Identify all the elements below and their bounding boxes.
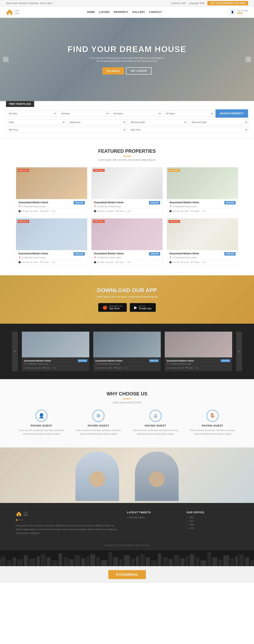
beds-select[interactable]: Beds xyxy=(6,119,65,125)
hero-prev-button[interactable]: ‹ xyxy=(3,57,9,62)
property-card[interactable]: FOR SALE Guaranteed Modern Home $389,000… xyxy=(91,218,163,266)
svg-rect-13 xyxy=(29,558,36,566)
dark-property-card[interactable]: Guaranteed Modern Home $289,000 📍 14 Tot… xyxy=(165,332,232,371)
our-agents-button[interactable]: Our Agents xyxy=(102,67,124,74)
prop-area: ⬛ 2000 Sqft xyxy=(19,210,29,212)
nav-listing[interactable]: LISTING xyxy=(99,11,110,14)
office-link-2[interactable]: › XXX xyxy=(187,520,238,522)
skyline xyxy=(0,550,254,566)
find-your-place-label: FIND YOUR PLACE xyxy=(6,101,34,107)
person-right xyxy=(135,452,179,501)
nav-contact[interactable]: CONTACT xyxy=(149,11,162,14)
property-title-row: Guaranteed Modern Home $389,000 xyxy=(19,252,85,256)
type-select[interactable]: All Types xyxy=(163,110,214,116)
appstore-button[interactable]: 🍎 Download on the App Store xyxy=(98,303,127,312)
prop-status: ✓ Yes xyxy=(50,210,55,212)
prop-baths: 🚿 3 Baths xyxy=(115,261,124,263)
status-select[interactable]: All Status xyxy=(111,110,162,116)
svg-rect-52 xyxy=(245,557,249,566)
footer-about-text: Lorem ipsum dolor sit amet, consectetur … xyxy=(16,524,119,535)
meeting-section xyxy=(0,448,254,503)
prop-beds: 🛏 3 Beds xyxy=(106,210,114,212)
property-card[interactable]: FOR RENT Guaranteed Modern Home $389,000… xyxy=(167,167,238,214)
city-select[interactable]: All Cities xyxy=(6,110,57,116)
dark-property-card[interactable]: Guaranteed Modern Home $289,000 📍 14 Tot… xyxy=(22,332,89,371)
property-image: FOR SALE xyxy=(16,168,87,199)
svg-rect-35 xyxy=(151,560,157,566)
dark-card-info: Guaranteed Modern Home $389,000 📍 14 Tot… xyxy=(93,357,161,371)
svg-rect-29 xyxy=(119,559,123,566)
slider-next-button[interactable]: › xyxy=(236,332,242,371)
why-item-text: Dolor sit amet consectetur sed diam nonu… xyxy=(16,429,67,436)
svg-rect-32 xyxy=(136,556,139,566)
property-badge: FOR SALE xyxy=(169,220,180,223)
svg-rect-37 xyxy=(163,557,168,566)
property-title: Guaranteed Modern Home xyxy=(169,201,199,204)
svg-rect-14 xyxy=(37,556,40,566)
list-property-button[interactable]: LIST YOUR PROPERTY FOR FREE xyxy=(207,1,248,5)
footer-logo: CITY night xyxy=(16,511,119,517)
property-price: $389,000 xyxy=(149,201,160,204)
footer-bottom: Copyright © 2020 CityNight. All rights r… xyxy=(16,541,238,546)
nav-home[interactable]: HOME xyxy=(87,11,95,14)
property-card[interactable]: FOR SALE Guaranteed Modern Home $389,000… xyxy=(16,167,87,214)
nav-gallery[interactable]: GALLERY xyxy=(132,11,145,14)
min-price-select[interactable]: Min Price xyxy=(6,127,126,133)
property-info: Guaranteed Modern Home $389,000 📍 14 Tot… xyxy=(16,250,87,265)
hero-content: FIND YOUR DREAM HOUSE If you dream of de… xyxy=(68,44,187,74)
dot-3 xyxy=(22,519,23,521)
footer-office-col: OUR OFFICE › XXX › XXX › XXX › XXX xyxy=(187,511,238,535)
svg-marker-4 xyxy=(16,512,22,514)
property-price: $389,000 xyxy=(74,201,85,204)
prop-area: ⬛ 3045 Sqft xyxy=(94,261,104,263)
why-header: WHY CHOOSE US Lorem ipsum dolor sit amet xyxy=(16,391,238,404)
hero-next-button[interactable]: › xyxy=(245,57,251,62)
office-link-1[interactable]: › XXX xyxy=(187,516,238,518)
tweets-title: LATEST TWEETS xyxy=(127,511,179,514)
property-title-row: Guaranteed Modern Home $389,000 xyxy=(169,201,235,204)
featured-subtitle: Lorem ipsum dolor sit amet, consectetur … xyxy=(16,158,238,161)
svg-rect-18 xyxy=(59,553,62,566)
min-area-select[interactable]: Min Area (sqft) xyxy=(128,119,187,125)
dark-cards: Guaranteed Modern Home $289,000 📍 14 Tot… xyxy=(22,332,232,371)
googleplay-text: Get it on Google play xyxy=(139,305,151,310)
dark-card-image xyxy=(22,332,89,357)
footer-logo-icon xyxy=(16,511,22,517)
property-card[interactable]: FOR SALE Guaranteed Modern Home $389,000… xyxy=(91,167,163,214)
footer-dots xyxy=(16,519,119,521)
svg-rect-50 xyxy=(235,556,238,566)
prop-beds: 🛏 3 Beds xyxy=(181,210,189,212)
googleplay-button[interactable]: ▶ Get it on Google play xyxy=(130,303,156,312)
dark-property-card[interactable]: Guaranteed Modern Home $389,000 📍 14 Tot… xyxy=(93,332,161,371)
office-link-4[interactable]: › XXX xyxy=(187,527,238,529)
max-price-select[interactable]: Max Price xyxy=(128,127,248,133)
area-select[interactable]: All Areas xyxy=(58,110,109,116)
property-title-row: Guaranteed Modern Home $389,000 xyxy=(94,201,160,204)
why-item-title: PAYING GUEST xyxy=(16,424,67,427)
bathrooms-select[interactable]: Bathrooms xyxy=(67,119,126,125)
property-badge: FOR SALE xyxy=(18,220,29,223)
property-image: FOR SALE xyxy=(167,218,238,250)
property-card[interactable]: FOR SALE Guaranteed Modern Home $389,000… xyxy=(16,218,87,266)
max-area-select[interactable]: Max Area (sqft) xyxy=(189,119,248,125)
prop-area: ⬛ 3045 Sqft xyxy=(94,210,104,212)
phone-icon: 📱 xyxy=(229,9,235,15)
office-link-3[interactable]: › XXX xyxy=(187,523,238,526)
footer-about-col: CITY night Lorem ipsum dolor sit amet, c… xyxy=(16,511,119,535)
svg-rect-40 xyxy=(181,558,185,566)
search-property-button[interactable]: SEARCH PROPERTY xyxy=(215,109,248,118)
svg-rect-20 xyxy=(69,559,73,566)
get-quote-button[interactable]: GET A QUOTE xyxy=(126,67,152,74)
dark-card-price: $289,000 xyxy=(78,359,87,362)
prop-baths: 🚿 3 Baths xyxy=(191,210,199,212)
featured-divider xyxy=(123,156,131,156)
property-features: ⬛ 3045 Sqft 🛏 3 Beds 🚿 3 Baths ✓ Yes xyxy=(94,260,160,263)
conditions-badge: 6 Conditions xyxy=(108,570,146,579)
why-section: WHY CHOOSE US Lorem ipsum dolor sit amet… xyxy=(0,379,254,448)
property-card[interactable]: FOR SALE Guaranteed Modern Home $389,000… xyxy=(167,218,238,266)
featured-section: FEATURED PROPERTIES Lorem ipsum dolor si… xyxy=(0,138,254,275)
slider-prev-button[interactable]: ‹ xyxy=(12,332,18,371)
prop-beds: 🛏 3 Beds xyxy=(30,210,38,212)
conditions-section: 6 Conditions xyxy=(0,566,254,583)
nav-property[interactable]: PROPERTY xyxy=(114,11,129,14)
